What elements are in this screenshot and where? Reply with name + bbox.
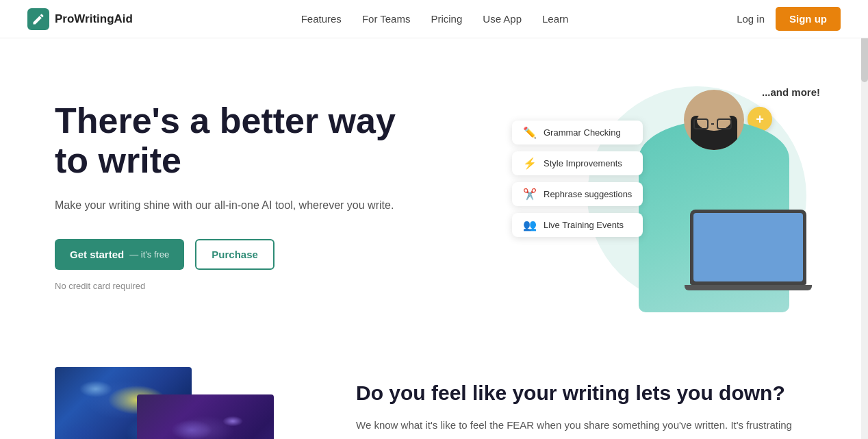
get-started-button[interactable]: Get started — it's free bbox=[55, 239, 184, 270]
hero-title: There's a better way to write bbox=[55, 101, 397, 180]
feature-card-rephrase: ✂️ Rephrase suggestions bbox=[512, 182, 643, 206]
hero-section: There's a better way to write Make your … bbox=[0, 38, 868, 340]
grammar-icon: ✏️ bbox=[523, 126, 537, 139]
feature-card-style: ⚡ Style Improvements bbox=[512, 151, 643, 175]
section2-title: Do you feel like your writing lets you d… bbox=[356, 381, 813, 405]
laptop-display bbox=[693, 213, 803, 281]
nav-links: Features For Teams Pricing Use App Learn bbox=[301, 13, 569, 25]
glasses bbox=[693, 123, 735, 125]
training-icon: 👥 bbox=[523, 218, 537, 231]
feature-card-grammar: ✏️ Grammar Checking bbox=[512, 121, 643, 145]
logo-icon bbox=[27, 8, 49, 30]
nav-pricing[interactable]: Pricing bbox=[431, 13, 462, 25]
laptop-screen bbox=[690, 210, 806, 285]
section-right-text: Do you feel like your writing lets you d… bbox=[356, 367, 813, 439]
rephrase-label: Rephrase suggestions bbox=[544, 189, 632, 199]
painting-overlay-img bbox=[137, 394, 274, 439]
feature-cards: ✏️ Grammar Checking ⚡ Style Improvements… bbox=[512, 121, 643, 237]
section2-body: We know what it's like to feel the FEAR … bbox=[356, 416, 813, 439]
glasses-bridge bbox=[711, 123, 714, 125]
style-label: Style Improvements bbox=[544, 158, 622, 168]
get-started-label: Get started bbox=[70, 249, 124, 260]
nav-for-teams[interactable]: For Teams bbox=[362, 13, 411, 25]
login-button[interactable]: Log in bbox=[737, 13, 765, 25]
hero-subtitle: Make your writing shine with our all-in-… bbox=[55, 197, 397, 214]
nav-features[interactable]: Features bbox=[301, 13, 342, 25]
glasses-left bbox=[693, 118, 709, 129]
hero-left: There's a better way to write Make your … bbox=[55, 101, 397, 291]
navigation: ProWritingAid Features For Teams Pricing… bbox=[0, 0, 868, 38]
nav-use-app[interactable]: Use App bbox=[483, 13, 522, 25]
laptop-base bbox=[685, 285, 812, 290]
nav-actions: Log in Sign up bbox=[737, 7, 841, 31]
person-figure bbox=[628, 86, 800, 312]
rephrase-icon: ✂️ bbox=[523, 188, 537, 201]
feature-card-training: 👥 Live Training Events bbox=[512, 213, 643, 237]
logo-svg bbox=[31, 12, 45, 26]
style-icon: ⚡ bbox=[523, 157, 537, 170]
section-writing-down: My idea in my head Do you feel like your… bbox=[0, 340, 868, 439]
hero-illustration: ...and more! + bbox=[526, 79, 813, 312]
logo-link[interactable]: ProWritingAid bbox=[27, 8, 133, 30]
glasses-right bbox=[717, 118, 732, 129]
no-credit-card-note: No credit card required bbox=[55, 281, 397, 291]
grammar-label: Grammar Checking bbox=[544, 127, 621, 138]
scrollbar[interactable] bbox=[861, 0, 868, 439]
brand-name: ProWritingAid bbox=[55, 12, 133, 26]
nav-learn[interactable]: Learn bbox=[542, 13, 568, 25]
free-label: — it's free bbox=[129, 249, 169, 260]
purchase-button[interactable]: Purchase bbox=[195, 239, 275, 270]
training-label: Live Training Events bbox=[544, 220, 624, 230]
hero-buttons: Get started — it's free Purchase bbox=[55, 239, 397, 270]
painting-overlay-radial2 bbox=[137, 394, 274, 439]
painting-block: My idea in my head bbox=[55, 367, 301, 439]
signup-button[interactable]: Sign up bbox=[776, 7, 841, 31]
